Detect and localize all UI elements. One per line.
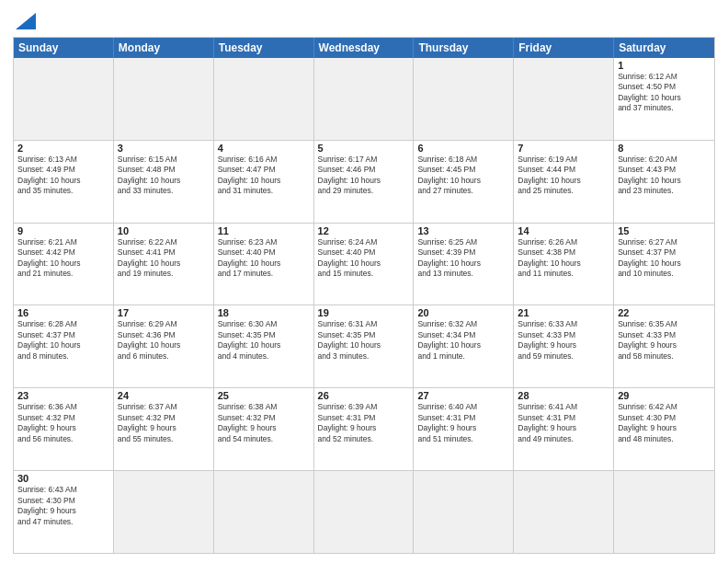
day-number: 1 [618,60,711,71]
calendar-cell: 15Sunrise: 6:27 AM Sunset: 4:37 PM Dayli… [614,224,714,305]
calendar-body: 1Sunrise: 6:12 AM Sunset: 4:50 PM Daylig… [14,58,714,553]
day-number: 8 [618,143,711,154]
calendar-cell: 30Sunrise: 6:43 AM Sunset: 4:30 PM Dayli… [14,471,114,553]
day-number: 9 [17,225,109,236]
calendar-cell: 18Sunrise: 6:30 AM Sunset: 4:35 PM Dayli… [214,305,314,387]
day-number: 19 [318,307,410,318]
day-info: Sunrise: 6:24 AM Sunset: 4:40 PM Dayligh… [318,237,410,280]
logo [13,13,36,31]
calendar-row: 23Sunrise: 6:36 AM Sunset: 4:32 PM Dayli… [14,387,714,470]
calendar-cell: 22Sunrise: 6:35 AM Sunset: 4:33 PM Dayli… [614,305,714,387]
calendar-cell [614,471,714,553]
day-number: 24 [118,390,210,401]
calendar-header-cell: Tuesday [214,38,314,58]
calendar-cell: 12Sunrise: 6:24 AM Sunset: 4:40 PM Dayli… [314,224,415,305]
day-info: Sunrise: 6:23 AM Sunset: 4:40 PM Dayligh… [218,237,310,280]
calendar-cell [414,471,514,553]
day-number: 13 [417,225,509,236]
day-number: 10 [118,225,210,236]
day-number: 6 [417,143,509,154]
day-number: 29 [618,390,711,401]
calendar-cell: 21Sunrise: 6:33 AM Sunset: 4:33 PM Dayli… [514,305,614,387]
calendar-cell: 3Sunrise: 6:15 AM Sunset: 4:48 PM Daylig… [114,141,214,223]
svg-marker-0 [16,13,36,29]
calendar-header-cell: Monday [114,38,214,58]
day-info: Sunrise: 6:16 AM Sunset: 4:47 PM Dayligh… [218,155,310,197]
day-number: 18 [218,307,310,318]
day-number: 25 [218,390,310,401]
day-number: 16 [17,307,109,318]
day-info: Sunrise: 6:41 AM Sunset: 4:31 PM Dayligh… [518,402,609,444]
calendar-cell: 1Sunrise: 6:12 AM Sunset: 4:50 PM Daylig… [614,58,714,140]
day-info: Sunrise: 6:36 AM Sunset: 4:32 PM Dayligh… [17,402,109,444]
day-number: 22 [618,307,711,318]
day-info: Sunrise: 6:40 AM Sunset: 4:31 PM Dayligh… [417,402,509,444]
calendar-row: 9Sunrise: 6:21 AM Sunset: 4:42 PM Daylig… [14,223,714,305]
day-info: Sunrise: 6:22 AM Sunset: 4:41 PM Dayligh… [118,237,210,280]
day-info: Sunrise: 6:37 AM Sunset: 4:32 PM Dayligh… [118,402,210,444]
calendar-cell [514,58,614,140]
calendar-cell [114,58,214,140]
calendar-cell: 28Sunrise: 6:41 AM Sunset: 4:31 PM Dayli… [514,388,614,470]
logo-icon [16,13,36,29]
day-info: Sunrise: 6:39 AM Sunset: 4:31 PM Dayligh… [318,402,410,444]
page: SundayMondayTuesdayWednesdayThursdayFrid… [0,0,728,563]
day-number: 17 [118,307,210,318]
calendar-cell: 29Sunrise: 6:42 AM Sunset: 4:30 PM Dayli… [614,388,714,470]
calendar-cell: 27Sunrise: 6:40 AM Sunset: 4:31 PM Dayli… [414,388,514,470]
day-info: Sunrise: 6:31 AM Sunset: 4:35 PM Dayligh… [318,319,410,362]
day-number: 5 [318,143,410,154]
day-number: 2 [17,143,109,154]
day-number: 26 [318,390,410,401]
day-info: Sunrise: 6:29 AM Sunset: 4:36 PM Dayligh… [118,319,210,362]
calendar-header-cell: Friday [514,38,614,58]
calendar-cell: 9Sunrise: 6:21 AM Sunset: 4:42 PM Daylig… [14,224,114,305]
day-info: Sunrise: 6:25 AM Sunset: 4:39 PM Dayligh… [417,237,509,280]
day-info: Sunrise: 6:42 AM Sunset: 4:30 PM Dayligh… [618,402,711,444]
calendar-cell: 20Sunrise: 6:32 AM Sunset: 4:34 PM Dayli… [414,305,514,387]
day-info: Sunrise: 6:38 AM Sunset: 4:32 PM Dayligh… [218,402,310,444]
calendar-cell [414,58,514,140]
calendar-header-cell: Saturday [614,38,714,58]
calendar-cell: 2Sunrise: 6:13 AM Sunset: 4:49 PM Daylig… [14,141,114,223]
calendar: SundayMondayTuesdayWednesdayThursdayFrid… [13,37,715,554]
day-info: Sunrise: 6:33 AM Sunset: 4:33 PM Dayligh… [518,319,609,362]
calendar-cell: 8Sunrise: 6:20 AM Sunset: 4:43 PM Daylig… [614,141,714,223]
day-number: 4 [218,143,310,154]
calendar-cell: 25Sunrise: 6:38 AM Sunset: 4:32 PM Dayli… [214,388,314,470]
calendar-cell: 16Sunrise: 6:28 AM Sunset: 4:37 PM Dayli… [14,305,114,387]
day-info: Sunrise: 6:15 AM Sunset: 4:48 PM Dayligh… [118,155,210,197]
calendar-header-cell: Sunday [14,38,114,58]
calendar-row: 30Sunrise: 6:43 AM Sunset: 4:30 PM Dayli… [14,470,714,553]
calendar-row: 2Sunrise: 6:13 AM Sunset: 4:49 PM Daylig… [14,140,714,223]
day-info: Sunrise: 6:13 AM Sunset: 4:49 PM Dayligh… [17,155,109,197]
day-info: Sunrise: 6:12 AM Sunset: 4:50 PM Dayligh… [618,72,711,114]
day-info: Sunrise: 6:20 AM Sunset: 4:43 PM Dayligh… [618,155,711,197]
calendar-cell: 17Sunrise: 6:29 AM Sunset: 4:36 PM Dayli… [114,305,214,387]
calendar-cell: 19Sunrise: 6:31 AM Sunset: 4:35 PM Dayli… [314,305,415,387]
day-number: 27 [417,390,509,401]
day-info: Sunrise: 6:26 AM Sunset: 4:38 PM Dayligh… [518,237,609,280]
calendar-cell: 11Sunrise: 6:23 AM Sunset: 4:40 PM Dayli… [214,224,314,305]
calendar-cell: 4Sunrise: 6:16 AM Sunset: 4:47 PM Daylig… [214,141,314,223]
day-info: Sunrise: 6:28 AM Sunset: 4:37 PM Dayligh… [17,319,109,362]
calendar-cell: 13Sunrise: 6:25 AM Sunset: 4:39 PM Dayli… [414,224,514,305]
calendar-cell [214,58,314,140]
day-number: 3 [118,143,210,154]
day-number: 23 [17,390,109,401]
day-number: 12 [318,225,410,236]
calendar-cell [514,471,614,553]
day-number: 30 [17,473,109,484]
calendar-cell: 7Sunrise: 6:19 AM Sunset: 4:44 PM Daylig… [514,141,614,223]
day-info: Sunrise: 6:43 AM Sunset: 4:30 PM Dayligh… [17,485,109,527]
day-info: Sunrise: 6:17 AM Sunset: 4:46 PM Dayligh… [318,155,410,197]
calendar-cell: 23Sunrise: 6:36 AM Sunset: 4:32 PM Dayli… [14,388,114,470]
calendar-cell: 6Sunrise: 6:18 AM Sunset: 4:45 PM Daylig… [414,141,514,223]
calendar-cell: 26Sunrise: 6:39 AM Sunset: 4:31 PM Dayli… [314,388,415,470]
calendar-cell [314,471,415,553]
day-info: Sunrise: 6:35 AM Sunset: 4:33 PM Dayligh… [618,319,711,362]
day-info: Sunrise: 6:30 AM Sunset: 4:35 PM Dayligh… [218,319,310,362]
day-number: 15 [618,225,711,236]
calendar-cell: 10Sunrise: 6:22 AM Sunset: 4:41 PM Dayli… [114,224,214,305]
calendar-row: 1Sunrise: 6:12 AM Sunset: 4:50 PM Daylig… [14,58,714,140]
